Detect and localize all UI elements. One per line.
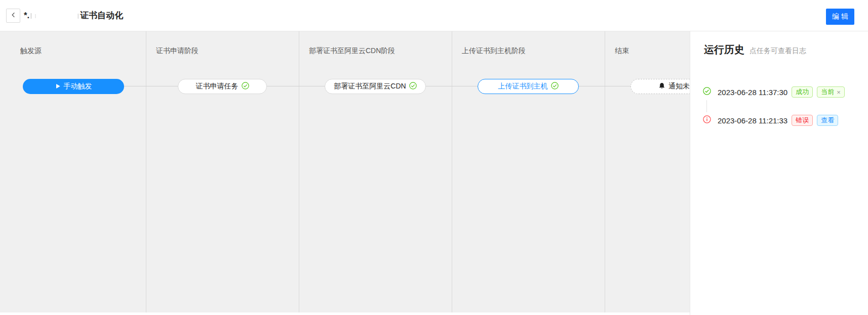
stage-label-upload-host: 上传证书到主机阶段 [462,47,526,56]
view-log-badge[interactable]: 查看 [817,115,838,126]
page-header: *. 证书自动化 编 辑 [0,0,868,31]
check-circle-icon [409,82,417,91]
stage-label-end: 结束 [615,47,629,56]
stage-label-trigger: 触发源 [20,47,42,56]
node-label: 上传证书到主机 [498,82,548,91]
info-circle-icon [703,115,711,125]
status-badge-success: 成功 [792,86,813,98]
run-timestamp: 2023-06-28 11:37:30 [718,88,787,97]
title-redacted-segment [29,11,80,20]
page-title-prefix: *. [24,11,29,21]
run-history-subtitle: 点任务可查看日志 [749,47,806,56]
upload-host-task-node[interactable]: 上传证书到主机 [478,79,579,94]
run-entry[interactable]: 2023-06-28 11:37:30 成功 当前 × [703,86,845,98]
manual-trigger-node[interactable]: 手动触发 [23,79,124,94]
run-history-panel: 运行历史 点任务可查看日志 2023-06-28 11:37:30 成功 当前 … [690,31,868,315]
cert-request-task-node[interactable]: 证书申请任务 [178,79,267,94]
edit-button[interactable]: 编 辑 [826,9,854,25]
play-icon [55,82,61,91]
run-timestamp: 2023-06-28 11:21:33 [718,116,787,125]
check-circle-icon [242,82,249,91]
run-history-title: 运行历史 [704,43,744,57]
bell-icon [658,82,665,91]
column-divider [452,31,452,312]
status-badge-error: 错误 [792,115,813,126]
check-circle-icon [703,87,711,97]
back-button[interactable] [6,9,20,23]
close-icon[interactable]: × [837,88,841,96]
timeline-connector [706,100,707,112]
stage-label-cert-request: 证书申请阶段 [156,47,199,56]
stage-label-deploy-cdn: 部署证书至阿里云CDN阶段 [309,47,395,56]
page-title: *. 证书自动化 [24,0,123,31]
run-history-header: 运行历史 点任务可查看日志 [704,43,806,57]
check-circle-icon [551,82,559,91]
deploy-cdn-task-node[interactable]: 部署证书至阿里云CDN [325,79,426,94]
node-label: 手动触发 [64,82,92,91]
node-label: 证书申请任务 [196,82,239,91]
page-title-suffix: 证书自动化 [80,10,123,21]
current-run-badge: 当前 × [817,86,845,98]
column-divider [605,31,605,312]
chevron-left-icon [10,11,17,20]
run-entry[interactable]: 2023-06-28 11:21:33 错误 查看 [703,114,838,126]
column-divider [299,31,299,312]
column-divider [146,31,146,312]
node-label: 部署证书至阿里云CDN [334,82,406,91]
